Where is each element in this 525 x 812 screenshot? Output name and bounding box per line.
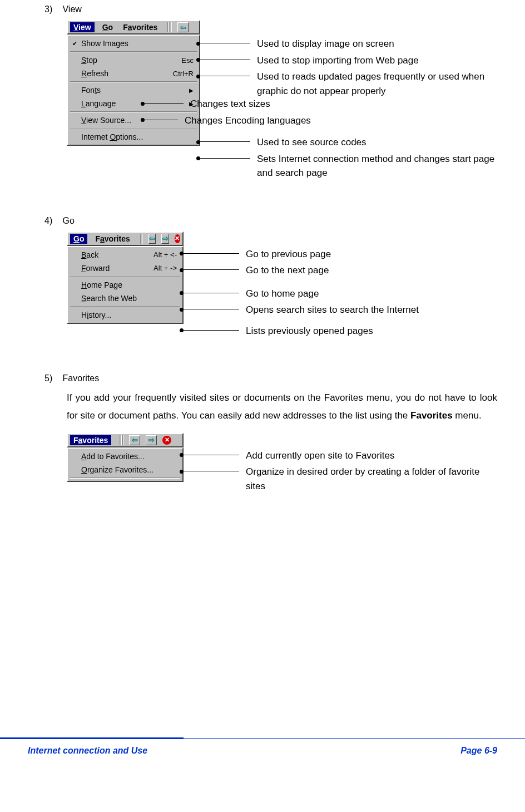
menu-refresh[interactable]: RefreshCtrl+R <box>69 67 198 80</box>
section-heading-view: 3) View <box>44 4 497 14</box>
section-number: 3) <box>44 4 60 14</box>
annotation-text: Opens search sites to search the Interne… <box>239 303 419 317</box>
back-arrow-icon[interactable] <box>148 234 156 244</box>
section-heading-favorites: 5) Favorites <box>44 373 497 383</box>
annotation-text: Used to see source codes <box>250 135 366 150</box>
section-number: 5) <box>44 373 60 383</box>
annotation-text: Go to previous page <box>239 247 331 262</box>
go-menu-screenshot: Go Favorites ✕ BackAlt + <- ForwardAlt +… <box>67 232 184 324</box>
forward-arrow-icon[interactable] <box>146 435 157 445</box>
stop-icon[interactable]: ✕ <box>175 234 180 243</box>
menubar-favorites[interactable]: Favorites <box>121 22 160 32</box>
toolbar-grip-icon <box>140 234 143 244</box>
menubar: View Go Favorites <box>67 20 200 35</box>
menubar-view[interactable]: View <box>70 22 95 32</box>
footer-right: Page 6-9 <box>460 746 497 756</box>
menubar-favorites[interactable]: Favorites <box>70 435 111 445</box>
annotation-text: Used to display image on screen <box>250 37 394 51</box>
annotation-text: Organize in desired order by creating a … <box>239 465 497 493</box>
toolbar-grip-icon <box>167 22 172 32</box>
annotation-text: Used to stop importing from Web page <box>250 53 419 68</box>
menu-fonts[interactable]: Fonts▶ <box>69 83 198 97</box>
annotation-text: Used to reads updated pages frequently o… <box>250 70 497 98</box>
menu-show-images[interactable]: Show Images <box>69 37 198 50</box>
footer-rule <box>0 737 525 739</box>
menu-search-web[interactable]: Search the Web <box>69 292 181 305</box>
menu-organize-favorites[interactable]: Organize Favorites... <box>69 463 181 476</box>
favorites-dropdown: Add to Favorites... Organize Favorites..… <box>67 447 184 482</box>
menu-add-favorites[interactable]: Add to Favorites... <box>69 450 181 463</box>
section-title: Go <box>62 216 74 225</box>
back-arrow-icon[interactable] <box>177 22 189 32</box>
page-footer: Internet connection and Use Page 6-9 <box>28 746 497 756</box>
annotation-text: Add currently open site to Favorites <box>239 449 394 463</box>
menu-back[interactable]: BackAlt + <- <box>69 248 181 262</box>
menubar: Go Favorites ✕ <box>67 232 184 246</box>
menu-stop[interactable]: StopEsc <box>69 53 198 67</box>
footer-left: Internet connection and Use <box>28 746 147 756</box>
annotation-text: Lists previously opened pages <box>239 324 373 338</box>
toolbar-grip-icon <box>119 435 123 445</box>
menu-language[interactable]: Language▶ <box>69 97 198 110</box>
menubar: Favorites ✕ <box>67 433 184 447</box>
view-dropdown: Show Images StopEsc RefreshCtrl+R Fonts▶… <box>67 35 200 146</box>
annotation-text: Go to home page <box>239 287 319 301</box>
section-title: Favorites <box>62 373 99 383</box>
menu-internet-options[interactable]: Internet Options... <box>69 130 198 144</box>
menu-history[interactable]: History... <box>69 308 181 322</box>
favorites-annotations: Add currently open site to Favorites Org… <box>184 433 497 496</box>
go-dropdown: BackAlt + <- ForwardAlt + -> Home Page S… <box>67 246 184 324</box>
forward-arrow-icon[interactable] <box>161 234 169 244</box>
section-title: View <box>62 4 81 14</box>
favorites-menu-screenshot: Favorites ✕ Add to Favorites... Organize… <box>67 433 184 482</box>
back-arrow-icon[interactable] <box>129 435 140 445</box>
favorites-description: If you add your frequently visited sites… <box>67 389 497 425</box>
section-heading-go: 4) Go <box>44 216 497 226</box>
section-number: 4) <box>44 216 60 226</box>
annotation-text: Go to the next page <box>239 263 329 278</box>
menubar-go[interactable]: Go <box>70 234 87 244</box>
menubar-go[interactable]: Go <box>100 22 115 32</box>
menu-forward[interactable]: ForwardAlt + -> <box>69 262 181 275</box>
menubar-favorites[interactable]: Favorites <box>93 234 132 244</box>
menu-view-source[interactable]: View Source... <box>69 114 198 127</box>
view-annotations: Used to display image on screen Used to … <box>200 20 497 183</box>
annotation-text: Sets Internet connection method and chan… <box>250 152 497 180</box>
go-annotations: Go to previous page Go to the next page … <box>184 232 497 341</box>
stop-icon[interactable]: ✕ <box>162 436 171 445</box>
menu-home-page[interactable]: Home Page <box>69 278 181 292</box>
